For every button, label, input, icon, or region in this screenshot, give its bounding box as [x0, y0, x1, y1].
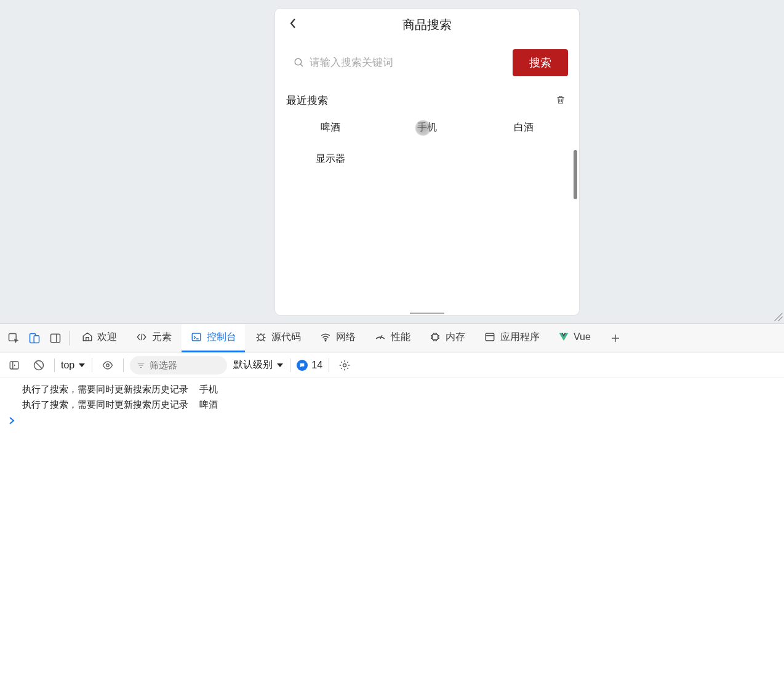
tab-label: 网络	[336, 331, 356, 344]
chat-icon	[299, 362, 305, 368]
gear-icon	[338, 359, 351, 371]
search-tag[interactable]: 白酒	[479, 119, 568, 137]
tab-performance[interactable]: 性能	[366, 324, 419, 352]
console-icon	[190, 331, 202, 343]
tab-label: 控制台	[207, 331, 236, 344]
vue-icon	[558, 331, 569, 343]
svg-rect-3	[34, 335, 39, 343]
clear-console-button[interactable]	[30, 356, 48, 375]
tab-label: 元素	[152, 331, 172, 344]
console-body[interactable]: 执行了搜索，需要同时更新搜索历史记录 手机 执行了搜索，需要同时更新搜索历史记录…	[0, 378, 784, 698]
level-value: 默认级别	[233, 359, 273, 371]
recent-search-label: 最近搜索	[286, 93, 328, 108]
console-log-line[interactable]: 执行了搜索，需要同时更新搜索历史记录 手机	[0, 382, 784, 397]
search-input[interactable]	[310, 57, 497, 69]
dock-icon	[49, 332, 62, 344]
issue-count: 14	[311, 360, 322, 371]
separator	[92, 359, 92, 372]
svg-rect-5	[192, 333, 201, 341]
svg-point-13	[343, 363, 346, 367]
dock-side-button[interactable]	[46, 328, 65, 348]
svg-point-7	[325, 340, 326, 341]
log-level-select[interactable]: 默认级别	[233, 359, 284, 371]
tab-network[interactable]: 网络	[311, 324, 364, 352]
issue-dot	[297, 360, 308, 371]
trash-icon	[556, 94, 566, 105]
tab-application[interactable]: 应用程序	[475, 324, 548, 352]
console-prompt[interactable]	[0, 413, 784, 429]
tab-label: 性能	[391, 331, 410, 344]
mobile-frame: 商品搜索 搜索 最近搜索 啤酒 手机 白酒 显示器	[275, 9, 579, 315]
recent-row: 最近搜索	[275, 80, 579, 111]
separator	[329, 359, 329, 372]
tag-label: 手机	[417, 122, 437, 132]
devtools-tabs: 欢迎 元素 控制台 源代码 网络 性能 内存 应用程序	[0, 324, 784, 352]
page-title: 商品搜索	[402, 17, 452, 33]
separator	[54, 359, 55, 372]
bug-icon	[255, 331, 267, 343]
search-tag[interactable]: 显示器	[286, 150, 375, 168]
emulator-viewport: 商品搜索 搜索 最近搜索 啤酒 手机 白酒 显示器	[0, 0, 784, 323]
tab-label: 源代码	[271, 331, 301, 344]
live-expression-button[interactable]	[98, 356, 117, 375]
search-box[interactable]	[286, 49, 504, 76]
resize-handle[interactable]	[773, 310, 783, 320]
console-settings-button[interactable]	[335, 356, 354, 375]
tab-sources[interactable]: 源代码	[246, 324, 310, 352]
tab-elements[interactable]: 元素	[127, 324, 180, 352]
issues-badge[interactable]: 14	[297, 360, 322, 371]
chevron-down-icon	[276, 362, 284, 368]
svg-rect-8	[433, 335, 438, 340]
svg-point-6	[258, 335, 264, 340]
application-icon	[484, 331, 496, 343]
scrollbar-thumb[interactable]	[574, 150, 577, 199]
device-icon	[28, 332, 41, 344]
tab-label: 内存	[446, 331, 465, 344]
chip-icon	[429, 331, 441, 343]
tab-label: 欢迎	[97, 331, 117, 344]
tab-welcome[interactable]: 欢迎	[73, 324, 126, 352]
svg-rect-4	[51, 334, 60, 342]
drag-handle[interactable]	[410, 312, 444, 315]
filter-wrap	[130, 356, 227, 375]
back-button[interactable]	[289, 17, 297, 32]
context-value: top	[61, 360, 74, 371]
search-button[interactable]: 搜索	[513, 49, 568, 76]
search-icon	[294, 57, 305, 68]
tab-label: 应用程序	[500, 331, 540, 344]
clear-icon	[33, 359, 45, 371]
tab-console[interactable]: 控制台	[182, 324, 245, 352]
performance-icon	[374, 331, 386, 343]
toggle-sidebar-button[interactable]	[5, 356, 23, 375]
inspect-icon	[7, 332, 20, 344]
tab-vue[interactable]: Vue	[550, 324, 599, 352]
clear-history-button[interactable]	[556, 94, 566, 108]
home-icon	[82, 331, 93, 343]
separator	[123, 359, 124, 372]
devtools-panel: 欢迎 元素 控制台 源代码 网络 性能 内存 应用程序	[0, 323, 784, 698]
chevron-left-icon	[289, 17, 297, 30]
tab-memory[interactable]: 内存	[420, 324, 474, 352]
console-toolbar: top 默认级别 14	[0, 352, 784, 378]
plus-icon	[610, 333, 621, 344]
inspect-element-button[interactable]	[4, 328, 23, 348]
separator	[69, 331, 70, 346]
svg-point-0	[295, 58, 302, 65]
wifi-icon	[319, 331, 332, 343]
sidebar-icon	[8, 360, 20, 371]
svg-point-12	[106, 363, 110, 367]
eye-icon	[101, 360, 114, 371]
search-row: 搜索	[275, 41, 579, 80]
context-select[interactable]: top	[61, 360, 86, 371]
search-tag[interactable]: 啤酒	[286, 119, 375, 137]
chevron-right-icon	[9, 417, 15, 424]
separator	[290, 359, 290, 372]
device-toggle-button[interactable]	[25, 328, 44, 348]
chevron-down-icon	[78, 362, 86, 368]
console-log-line[interactable]: 执行了搜索，需要同时更新搜索历史记录 啤酒	[0, 397, 784, 413]
search-tag[interactable]: 手机	[383, 119, 472, 137]
more-tabs-button[interactable]	[606, 328, 625, 348]
code-icon	[135, 331, 148, 343]
svg-rect-9	[486, 333, 494, 341]
recent-tags: 啤酒 手机 白酒 显示器	[275, 111, 579, 175]
